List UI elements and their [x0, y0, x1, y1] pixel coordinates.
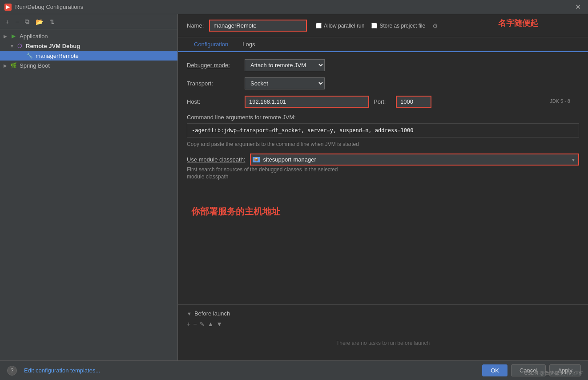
remote-jvm-label: Remote JVM Debug [26, 43, 80, 49]
sidebar-item-manager-remote[interactable]: 🔧 managerRemote [0, 51, 177, 61]
debugger-mode-label: Debugger mode: [187, 62, 240, 69]
sidebar: + − ⧉ 📂 ⇅ ▶ ▶ Application ▼ ⬡ Remote JVM… [0, 14, 178, 360]
tab-logs[interactable]: Logs [235, 37, 262, 52]
store-as-project-file-checkbox[interactable] [371, 23, 377, 28]
folder-button[interactable]: 📂 [34, 17, 45, 26]
chevron-right-icon-2: ▶ [4, 63, 10, 68]
close-button[interactable]: ✕ [572, 2, 584, 12]
module-hint-2: module classpath [187, 174, 579, 180]
config-tree: ▶ ▶ Application ▼ ⬡ Remote JVM Debug 🔧 m… [0, 29, 177, 360]
application-icon: ▶ [10, 32, 17, 40]
module-row: Use module classpath: 📦 sitesupport-mana… [187, 154, 579, 166]
before-launch-toolbar: + − ✎ ▲ ▼ [187, 320, 579, 327]
name-annotation: 名字随便起 [498, 18, 538, 28]
name-row: Name: Allow parallel run Store as projec… [178, 14, 588, 37]
sidebar-toolbar: + − ⧉ 📂 ⇅ [0, 14, 177, 29]
apply-button[interactable]: Apply [549, 364, 581, 376]
dialog-buttons: OK Cancel Apply [482, 364, 581, 376]
module-hint-1: First search for sources of the debugged… [187, 166, 579, 173]
port-label: Port: [374, 98, 391, 105]
cmdline-hint: Copy and paste the arguments to the comm… [187, 141, 579, 147]
remove-config-button[interactable]: − [13, 17, 20, 26]
dialog-title: Run/Debug Configurations [15, 4, 83, 10]
content-panel: Name: Allow parallel run Store as projec… [178, 14, 588, 360]
config-panel: Debugger mode: Attach to remote JVM List… [178, 52, 588, 304]
help-button[interactable]: ? [7, 366, 17, 376]
module-classpath-label: Use module classpath: [187, 156, 246, 163]
transport-label: Transport: [187, 80, 240, 87]
cancel-button[interactable]: Cancel [511, 364, 546, 376]
chevron-down-icon: ▼ [10, 44, 16, 49]
tabs-bar: Configuration Logs [178, 37, 588, 52]
main-container: + − ⧉ 📂 ⇅ ▶ ▶ Application ▼ ⬡ Remote JVM… [0, 14, 588, 360]
bottom-bar-left: ? Edit configuration templates... [7, 366, 100, 376]
before-launch-title: Before launch [194, 310, 230, 317]
ok-button[interactable]: OK [482, 364, 507, 376]
bottom-bar: ? Edit configuration templates... OK Can… [0, 360, 588, 380]
sidebar-item-spring-boot[interactable]: ▶ 🌿 Spring Boot [0, 61, 177, 70]
cmdline-value: -agentlib:jdwp=transport=dt_socket, serv… [187, 123, 579, 137]
before-launch-chevron-icon: ▼ [187, 311, 192, 316]
name-input[interactable] [209, 20, 307, 32]
host-port-row: Host: Port: JDK 5 - 8 端口无所谓，随便点 [187, 96, 579, 108]
config-icon: 🔧 [26, 52, 33, 59]
jdk-badge: JDK 5 - 8 [550, 98, 570, 104]
name-label: Name: [187, 22, 205, 29]
host-label: Host: [187, 98, 240, 105]
before-launch-move-up-button[interactable]: ▲ [207, 320, 213, 327]
title-bar: ▶ Run/Debug Configurations ✕ [0, 0, 588, 14]
title-bar-left: ▶ Run/Debug Configurations [4, 4, 83, 11]
before-launch-empty: There are no tasks to run before launch [187, 331, 579, 355]
application-label: Application [20, 33, 48, 40]
module-select-wrapper: 📦 sitesupport-manager ▼ [250, 154, 579, 166]
module-select[interactable]: sitesupport-manager [250, 154, 579, 166]
app-icon: ▶ [4, 4, 12, 11]
transport-select[interactable]: Socket Shared memory [245, 77, 325, 89]
edit-templates-link[interactable]: Edit configuration templates... [24, 367, 100, 374]
spring-boot-icon: 🌿 [10, 62, 17, 69]
tab-configuration[interactable]: Configuration [187, 37, 235, 52]
cmdline-label: Command line arguments for remote JVM: [187, 114, 579, 121]
copy-config-button[interactable]: ⧉ [23, 17, 31, 26]
add-config-button[interactable]: + [4, 17, 11, 26]
name-options: Allow parallel run Store as project file… [316, 22, 438, 29]
chevron-right-icon: ▶ [4, 34, 10, 39]
manager-remote-label: managerRemote [36, 53, 79, 59]
spring-boot-label: Spring Boot [20, 62, 50, 69]
before-launch-edit-button[interactable]: ✎ [199, 320, 205, 327]
allow-parallel-run-checkbox[interactable] [316, 23, 322, 28]
debugger-mode-select[interactable]: Attach to remote JVM Listen to remote JV… [245, 59, 325, 71]
remote-jvm-icon: ⬡ [16, 42, 23, 49]
host-input[interactable] [245, 96, 369, 108]
sort-button[interactable]: ⇅ [48, 17, 56, 26]
gear-button[interactable]: ⚙ [432, 22, 438, 29]
before-launch-header: ▼ Before launch [187, 310, 579, 317]
transport-row: Transport: Socket Shared memory [187, 77, 579, 89]
sidebar-item-remote-jvm-debug[interactable]: ▼ ⬡ Remote JVM Debug [0, 41, 177, 51]
module-classpath-section: Use module classpath: 📦 sitesupport-mana… [187, 154, 579, 180]
sidebar-item-application[interactable]: ▶ ▶ Application [0, 31, 177, 41]
module-icon: 📦 [253, 157, 260, 162]
allow-parallel-run-label[interactable]: Allow parallel run [316, 23, 364, 29]
before-launch-remove-button[interactable]: − [193, 320, 197, 327]
store-as-project-file-label[interactable]: Store as project file [371, 23, 425, 29]
before-launch-move-down-button[interactable]: ▼ [216, 320, 222, 327]
port-input[interactable] [396, 96, 431, 108]
before-launch-add-button[interactable]: + [187, 320, 190, 327]
cmdline-section: Command line arguments for remote JVM: -… [187, 114, 579, 147]
debugger-mode-row: Debugger mode: Attach to remote JVM List… [187, 59, 579, 71]
before-launch-section: ▼ Before launch + − ✎ ▲ ▼ There are no t… [178, 304, 588, 360]
